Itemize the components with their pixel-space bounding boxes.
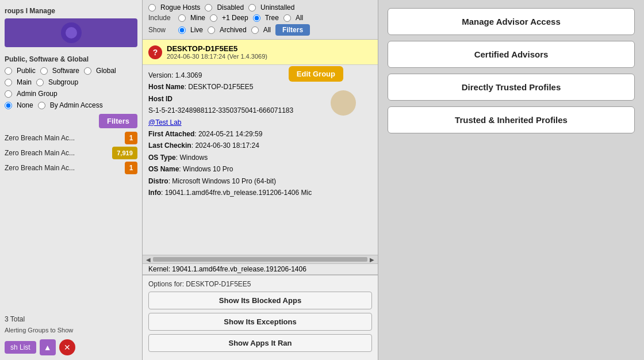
include-label: Include [148, 14, 174, 22]
live-radio[interactable] [178, 26, 186, 34]
scroll-left-arrow[interactable]: ◀ [145, 256, 152, 263]
live-label: Live [190, 26, 203, 34]
tree-label: Tree [265, 14, 279, 22]
kernel-line: Kernel: 19041.1.amd64fre.vb_release.1912… [143, 264, 378, 275]
distro-line: Distro: Microsoft Windows 10 Pro (64-bit… [148, 175, 372, 187]
os-type-line: OS Type: Windows [148, 152, 372, 163]
options-title: Options for: DESKTOP-D1F5EE5 [148, 280, 372, 288]
horizontal-scrollbar[interactable]: ◀ ▶ [143, 255, 378, 264]
filter-bar: Rogue Hosts Disabled Uninstalled Include… [143, 0, 378, 40]
subgroup-radio[interactable] [36, 79, 44, 86]
last-checkin-line: Last Checkin: 2024-06-30 18:17:24 [148, 140, 372, 151]
total-count: 3 Total [5, 315, 137, 323]
mine-label: Mine [190, 14, 205, 22]
public-radio[interactable] [5, 67, 12, 75]
disabled-label: Disabled [217, 3, 244, 12]
all-show-label: All [263, 26, 271, 34]
close-button[interactable]: ✕ [59, 339, 75, 355]
scope-radio-group: Public Software Global [5, 67, 137, 75]
hostid-value-line: S-1-5-21-3248988112-3350375041-666071183 [148, 105, 372, 116]
by-admin-radio[interactable] [38, 102, 45, 109]
main-radio[interactable] [5, 79, 12, 86]
push-list-button[interactable]: sh List [5, 341, 36, 354]
rogue-hosts-radio[interactable] [148, 4, 156, 12]
uninstalled-radio[interactable] [248, 4, 256, 12]
center-panel: Rogue Hosts Disabled Uninstalled Include… [143, 0, 378, 360]
public-label: Public [17, 67, 36, 75]
plus1deep-label: +1 Deep [222, 14, 248, 22]
edit-group-badge[interactable]: Edit Group [289, 66, 343, 82]
admin-group-radio[interactable] [5, 90, 12, 98]
plus1deep-radio[interactable] [210, 14, 217, 22]
by-admin-label: By Admin Access [50, 101, 103, 109]
list-item: Zero Breach Main Ac... 1 [5, 162, 137, 174]
show-filter-row: Show Live Archived All Filters [148, 24, 372, 36]
main-label: Main [17, 78, 32, 86]
subgroup-label: Subgroup [48, 78, 78, 86]
certified-advisors-button[interactable]: Certified Advisors [388, 41, 635, 68]
group-type-radio-group: Main Subgroup [5, 78, 137, 86]
show-apps-ran-button[interactable]: Show Apps It Ran [148, 334, 372, 352]
bottom-row: sh List ▲ ✕ [5, 339, 137, 355]
left-filters-button[interactable]: Filters [99, 114, 137, 128]
show-blocked-apps-button[interactable]: Show Its Blocked Apps [148, 292, 372, 309]
hostid-label-line: Host ID [148, 93, 372, 105]
admin-group-row: Admin Group [5, 90, 137, 98]
host-type-filter-row: Rogue Hosts Disabled Uninstalled [148, 3, 372, 12]
trusted-inherited-button[interactable]: Trusted & Inherited Profiles [388, 106, 635, 133]
mine-radio[interactable] [178, 14, 186, 22]
info-value: 19041.1.amd64fre.vb_release.191206-1406 … [165, 189, 312, 197]
archived-label: Archived [220, 26, 247, 34]
distro-value: Microsoft Windows 10 Pro (64-bit) [172, 177, 276, 185]
os-name-key: OS Name [148, 165, 179, 173]
disabled-radio[interactable] [205, 4, 212, 12]
none-radio[interactable] [5, 102, 12, 109]
global-label: Global [96, 67, 116, 75]
first-attached-line: First Attached: 2024-05-21 14:29:59 [148, 128, 372, 140]
all-include-radio[interactable] [283, 14, 291, 22]
hostname-key: Host Name [148, 83, 185, 91]
global-radio[interactable] [84, 67, 91, 75]
software-radio[interactable] [40, 67, 48, 75]
os-name-line: OS Name: Windows 10 Pro [148, 163, 372, 175]
hostname-value: DESKTOP-D1F5EE5 [188, 83, 253, 91]
detail-area: Version: 1.4.3069 Host Name: DESKTOP-D1F… [143, 65, 378, 255]
os-name-value: Windows 10 Pro [183, 165, 233, 173]
center-filters-button[interactable]: Filters [275, 24, 310, 36]
list-item-badge: 1 [125, 162, 137, 174]
testlab-link[interactable]: @Test Lab [148, 118, 182, 127]
uninstalled-label: Uninstalled [260, 3, 294, 12]
kernel-key: Kernel [148, 265, 168, 273]
arrow-up-button[interactable]: ▲ [40, 339, 56, 355]
host-icon: ? [148, 45, 162, 59]
scroll-right-arrow[interactable]: ▶ [369, 256, 375, 263]
right-panel: Manage Advisor Access Certified Advisors… [378, 0, 644, 360]
hostid-key: Host ID [148, 95, 172, 103]
directly-trusted-button[interactable]: Directly Trusted Profiles [388, 74, 635, 101]
options-panel: Options for: DESKTOP-D1F5EE5 Show Its Bl… [143, 275, 378, 360]
last-checkin-key: Last Checkin [148, 141, 191, 150]
os-type-value: Windows [179, 154, 208, 162]
distro-key: Distro [148, 177, 168, 185]
groups-label: roups I Manage [5, 7, 137, 15]
list-item-label: Zero Breach Main Ac... [5, 134, 75, 142]
tree-radio[interactable] [253, 14, 260, 22]
hostname-line: Host Name: DESKTOP-D1F5EE5 [148, 81, 372, 93]
manage-advisor-button[interactable]: Manage Advisor Access [388, 8, 635, 35]
selected-host-row: ? DESKTOP-D1F5EE5 2024-06-30 18:17:24 (V… [143, 40, 378, 65]
software-label: Software [52, 67, 79, 75]
all-show-radio[interactable] [251, 26, 259, 34]
admin-group-label: Admin Group [17, 90, 57, 98]
group-list: Zero Breach Main Ac... 1 Zero Breach Mai… [5, 132, 137, 309]
show-exceptions-button[interactable]: Show Its Exceptions [148, 313, 372, 331]
list-item-label: Zero Breach Main Ac... [5, 149, 75, 157]
all-include-label: All [296, 14, 303, 22]
scroll-thumb[interactable] [153, 257, 367, 262]
host-name-col: DESKTOP-D1F5EE5 2024-06-30 18:17:24 (Ver… [167, 44, 267, 60]
list-item-label: Zero Breach Main Ac... [5, 164, 75, 172]
none-label: None [17, 101, 33, 109]
alerting-groups-label: Alerting Groups to Show [5, 327, 137, 334]
archived-radio[interactable] [208, 26, 215, 34]
left-panel: roups I Manage Public, Software & Global… [0, 0, 143, 360]
first-attached-key: First Attached [148, 130, 194, 138]
